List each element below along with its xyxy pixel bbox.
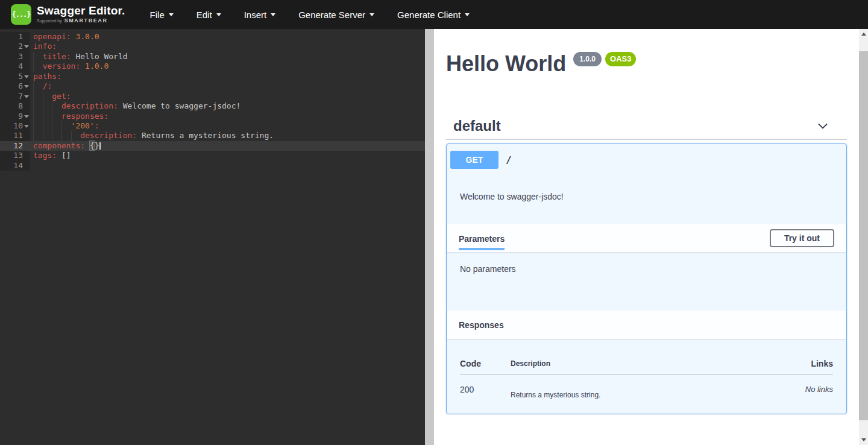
gutter-cell: 1 [0,32,30,42]
gutter-cell: 8 [0,101,30,111]
menu-file[interactable]: File [139,0,185,29]
supported-by-label: Supported by [37,19,62,23]
indent-guide [33,92,43,101]
column-header-links: Links [761,351,833,374]
gutter-cell: 14 [0,161,30,171]
line-number: 1 [18,32,23,41]
code-line-5[interactable]: 5paths: [0,72,425,81]
menu-generate-client[interactable]: Generate Client [386,0,481,29]
code-line-1[interactable]: 1openapi: 3.0.0 [0,32,425,42]
menu-insert[interactable]: Insert [233,0,288,29]
code-token: 3.0.0 [75,32,99,41]
code-token: responses: [61,112,108,121]
code-text: description: Welcome to swagger-jsdoc! [30,101,425,111]
column-header-code: Code [460,351,511,374]
fold-arrow-icon[interactable] [24,115,29,121]
tag-section-header[interactable]: default [446,112,847,140]
code-line-12[interactable]: 12components: {} [0,141,425,151]
scroll-down-button[interactable] [859,435,868,445]
code-line-6[interactable]: 6 /: [0,81,425,91]
scroll-up-button[interactable] [859,29,868,39]
caret-down-icon [465,13,470,19]
gutter-cell: 3 [0,52,30,62]
code-line-14[interactable]: 14 [0,161,425,171]
tag-name: default [453,118,501,134]
indent-guide [33,131,43,140]
api-info-header: Hello World 1.0.0 OAS3 [446,29,847,77]
vertical-scrollbar[interactable] [859,29,868,445]
opblock-get: GET / Welcome to swagger-jsdoc! Paramete… [446,144,847,414]
code-token: title: [43,52,71,61]
fold-arrow-icon[interactable] [24,75,29,81]
code-token: : [95,121,99,130]
code-token: version: [43,62,81,71]
indent-guide [43,131,52,140]
parameters-tab[interactable]: Parameters [459,226,505,250]
yaml-editor[interactable]: 1openapi: 3.0.02info:3 title: Hello Worl… [0,29,425,445]
code-text: description: Returns a mysterious string… [30,131,425,140]
code-line-2[interactable]: 2info: [0,42,425,51]
menu-edit[interactable]: Edit [185,0,233,29]
swagger-editor-app: {...} Swagger Editor. Supported by SMART… [0,0,868,445]
code-line-13[interactable]: 13tags: [] [0,151,425,160]
scrollbar-thumb[interactable] [859,51,868,420]
code-token: description: [61,101,118,110]
gutter-cell: 11 [0,131,30,140]
line-number: 3 [18,52,23,61]
indent-guide [52,121,61,131]
fold-arrow-icon[interactable] [24,125,29,130]
fold-arrow-icon[interactable] [24,45,29,51]
code-token: openapi: [33,32,71,41]
code-line-3[interactable]: 3 title: Hello World [0,52,425,62]
method-badge: GET [450,151,498,169]
try-it-out-button[interactable]: Try it out [770,229,834,247]
indent-guide [33,81,43,91]
chevron-down-icon[interactable] [817,120,829,132]
operation-description: Welcome to swagger-jsdoc! [447,175,846,224]
code-text [30,161,425,171]
menu-generate-server[interactable]: Generate Server [287,0,386,29]
line-number: 8 [18,101,23,110]
code-token: tags: [33,151,57,160]
arrow-up-icon [861,30,866,36]
code-line-4[interactable]: 4 version: 1.0.0 [0,62,425,71]
code-text: paths: [30,72,425,81]
menu-label: Edit [197,10,212,20]
code-token [80,62,85,71]
preview-content: Hello World 1.0.0 OAS3 default GET / Wel… [434,29,859,414]
swagger-editor-logo[interactable]: {...} Swagger Editor. Supported by SMART… [11,4,125,25]
topbar: {...} Swagger Editor. Supported by SMART… [0,0,868,29]
brand-subtitle: Supported by SMARTBEAR [37,18,125,24]
code-text: components: {} [30,141,425,151]
caret-down-icon [169,13,174,19]
code-line-11[interactable]: 11 description: Returns a mysterious str… [0,131,425,140]
responses-title: Responses [459,320,504,330]
code-token: { [90,141,95,150]
line-number: 5 [18,72,23,81]
code-line-9[interactable]: 9 responses: [0,112,425,121]
indent-guide [52,131,61,140]
text-cursor [99,142,101,150]
code-line-10[interactable]: 10 '200': [0,121,425,131]
code-token: Welcome to swagger-jsdoc! [123,101,241,110]
swagger-ui-preview: Hello World 1.0.0 OAS3 default GET / Wel… [434,29,859,445]
menu-label: Generate Client [397,10,461,20]
menu-bar: FileEditInsertGenerate ServerGenerate Cl… [139,0,482,29]
code-token: [] [61,151,71,160]
fold-arrow-icon[interactable] [24,95,29,101]
pane-splitter[interactable] [425,29,434,445]
indent-guide [52,101,61,111]
arrow-down-icon [861,438,866,444]
operation-summary[interactable]: GET / [447,144,846,175]
code-text: version: 1.0.0 [30,62,425,71]
code-line-8[interactable]: 8 description: Welcome to swagger-jsdoc! [0,101,425,111]
brand-text-block: Swagger Editor. Supported by SMARTBEAR [37,5,125,24]
code-line-7[interactable]: 7 get: [0,92,425,101]
line-number: 10 [13,121,23,130]
menu-label: File [150,10,165,20]
gutter-cell: 5 [0,72,30,81]
code-text: get: [30,92,425,101]
code-token: 1.0.0 [85,62,108,71]
code-token: /: [43,81,52,90]
fold-arrow-icon[interactable] [24,85,29,90]
